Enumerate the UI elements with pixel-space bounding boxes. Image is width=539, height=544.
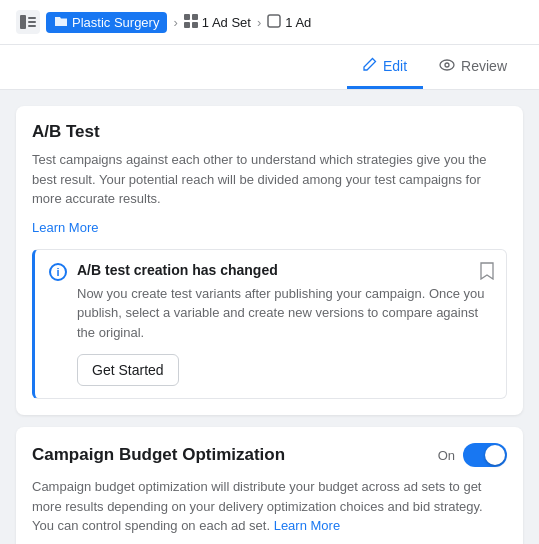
cbo-learn-more[interactable]: Learn More [274, 518, 340, 533]
svg-point-9 [440, 60, 454, 70]
campaign-name: Plastic Surgery [72, 15, 159, 30]
cbo-header: Campaign Budget Optimization On [32, 443, 507, 467]
svg-rect-5 [192, 14, 198, 20]
cbo-title: Campaign Budget Optimization [32, 445, 285, 465]
pencil-icon [363, 57, 377, 74]
top-bar: Plastic Surgery › 1 Ad Set › 1 Ad [0, 0, 539, 45]
main-content: A/B Test Test campaigns against each oth… [0, 90, 539, 544]
info-box-title: A/B test creation has changed [77, 262, 492, 278]
ad-label: 1 Ad [285, 15, 311, 30]
svg-rect-7 [192, 22, 198, 28]
svg-rect-0 [20, 15, 26, 29]
tab-review-label: Review [461, 58, 507, 74]
tabs: Edit Review [0, 45, 539, 90]
info-box-text: Now you create test variants after publi… [77, 284, 492, 343]
grid2-icon [184, 14, 198, 31]
adset-label: 1 Ad Set [202, 15, 251, 30]
svg-rect-3 [28, 25, 36, 27]
tab-edit-label: Edit [383, 58, 407, 74]
ab-test-info-box: i A/B test creation has changed Now you … [32, 249, 507, 400]
info-icon: i [49, 263, 67, 281]
svg-rect-4 [184, 14, 190, 20]
toggle-knob [485, 445, 505, 465]
svg-point-10 [445, 63, 449, 67]
cbo-toggle[interactable] [463, 443, 507, 467]
svg-rect-8 [268, 15, 280, 27]
ab-test-title: A/B Test [32, 122, 507, 142]
bookmark-icon [480, 262, 494, 284]
toggle-wrapper: On [438, 443, 507, 467]
folder-icon [54, 15, 68, 30]
cbo-card: Campaign Budget Optimization On Campaign… [16, 427, 523, 544]
tab-review[interactable]: Review [423, 45, 523, 89]
square-ad-icon [267, 14, 281, 31]
svg-rect-2 [28, 21, 36, 23]
breadcrumb-campaign[interactable]: Plastic Surgery [46, 12, 167, 33]
svg-rect-1 [28, 17, 36, 19]
get-started-button[interactable]: Get Started [77, 354, 179, 386]
cbo-description-text: Campaign budget optimization will distri… [32, 479, 483, 533]
ab-test-card: A/B Test Test campaigns against each oth… [16, 106, 523, 415]
info-box-content: A/B test creation has changed Now you cr… [77, 262, 492, 387]
toggle-label: On [438, 448, 455, 463]
svg-rect-6 [184, 22, 190, 28]
breadcrumb-ad[interactable]: 1 Ad [267, 14, 311, 31]
sidebar-toggle[interactable] [16, 10, 40, 34]
ab-test-description: Test campaigns against each other to und… [32, 150, 507, 209]
ab-test-learn-more[interactable]: Learn More [32, 220, 98, 235]
eye-icon [439, 58, 455, 74]
cbo-description: Campaign budget optimization will distri… [32, 477, 507, 536]
breadcrumb-adset[interactable]: 1 Ad Set [184, 14, 251, 31]
tab-edit[interactable]: Edit [347, 45, 423, 89]
sep2: › [257, 15, 261, 30]
sep1: › [173, 15, 177, 30]
